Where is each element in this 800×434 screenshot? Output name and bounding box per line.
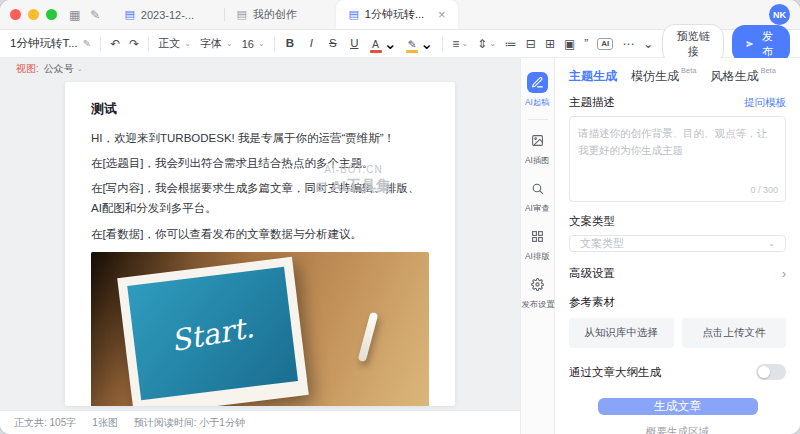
tab-topic-generation[interactable]: 主题生成 — [569, 68, 617, 85]
rail-label: AI审查 — [525, 203, 549, 215]
font-family-value: 字体 — [200, 36, 222, 51]
word-count: 正文共: 105字 — [14, 416, 76, 430]
strikethrough-button[interactable]: S — [327, 38, 339, 50]
document-paragraph[interactable]: 在[选题目]，我会列出符合需求且结合热点的多个主题。 — [91, 153, 429, 173]
pen-icon — [527, 72, 548, 93]
divider — [442, 37, 443, 51]
tab-imitation-generation[interactable]: 模仿生成 Beta — [631, 68, 696, 85]
font-color-bar — [370, 50, 382, 53]
polaroid-card: Start. — [117, 257, 308, 406]
document-icon: ▤ — [348, 9, 358, 20]
copy-type-placeholder: 文案类型 — [580, 236, 624, 251]
minimize-window-button[interactable] — [28, 9, 39, 20]
rail-item-ai-draft[interactable]: AI起稿 — [521, 68, 554, 113]
publish-button[interactable]: 发布 — [732, 25, 790, 63]
new-document-icon[interactable]: ✎ — [90, 9, 100, 21]
document-page[interactable]: 测试 HI，欢迎来到TURBODESK! 我是专属于你的运营“贾维斯”！ 在[选… — [65, 82, 455, 406]
tab-current-doc[interactable]: ▤ 1分钟玩转... × — [336, 0, 457, 29]
close-window-button[interactable] — [10, 9, 21, 20]
sidebar-toggle-icon[interactable]: ▦ — [69, 9, 80, 21]
rail-item-ai-layout[interactable]: AI排版 — [521, 222, 554, 267]
upload-file-button[interactable]: 点击上传文件 — [682, 318, 787, 348]
reference-material-label: 参考素材 — [569, 295, 786, 310]
start-card-text: Start. — [168, 309, 256, 357]
user-avatar[interactable]: NK — [769, 4, 790, 25]
font-color-letter: A — [372, 39, 379, 50]
copy-type-select[interactable]: 文案类型 ⌄ — [569, 235, 786, 252]
underline-button[interactable]: U — [348, 38, 360, 50]
font-family-dropdown[interactable]: 字体 ⌄ — [200, 36, 233, 51]
line-height-dropdown[interactable]: ⇕ ⌄ — [477, 38, 496, 50]
question-template-link[interactable]: 提问模板 — [744, 96, 786, 110]
knowledge-base-button[interactable]: 从知识库中选择 — [569, 318, 674, 348]
chevron-down-icon: ⌄ — [77, 65, 83, 73]
start-card: Start. — [127, 267, 298, 401]
document-heading[interactable]: 测试 — [91, 100, 429, 118]
advanced-settings-row[interactable]: 高级设置 › — [569, 266, 786, 281]
rail-item-ai-review[interactable]: AI审查 — [521, 174, 554, 219]
gear-icon — [527, 274, 548, 295]
highlight-color-button[interactable]: ✎ ⌄ — [406, 34, 433, 53]
close-tab-icon[interactable]: × — [438, 8, 446, 21]
beta-badge: Beta — [681, 66, 696, 85]
document-title[interactable]: 1分钟玩转T... ✎ — [10, 36, 91, 51]
divider — [100, 37, 101, 51]
font-color-button[interactable]: A ⌄ — [370, 34, 397, 53]
view-selector[interactable]: 公众号 ⌄ — [44, 62, 83, 76]
topic-input-wrap: 0 / 300 — [569, 116, 786, 202]
chevron-down-icon: ⌄ — [461, 40, 468, 48]
divider — [274, 37, 275, 51]
divider — [528, 119, 548, 120]
italic-button[interactable]: I — [305, 38, 317, 50]
chevron-down-icon: ⌄ — [489, 40, 496, 48]
undo-icon[interactable]: ↶ — [110, 38, 120, 50]
divider — [148, 37, 149, 51]
zoom-window-button[interactable] — [46, 9, 57, 20]
bullet-list-button[interactable]: ≔ — [505, 38, 517, 50]
tab-label: 风格生成 — [710, 68, 758, 85]
tab-style-generation[interactable]: 风格生成 Beta — [710, 68, 775, 85]
chalk-stick — [357, 312, 378, 362]
insert-table-button[interactable]: ⊞ — [545, 38, 555, 50]
rail-item-publish-settings[interactable]: 发布设置 — [521, 270, 554, 315]
paragraph-style-dropdown[interactable]: 正文 ⌄ — [158, 36, 191, 51]
topic-description-label: 主题描述 — [569, 95, 615, 110]
outline-toggle-row: 通过文章大纲生成 — [569, 364, 786, 380]
chevron-down-icon: ⌄ — [226, 39, 233, 48]
document-title-text: 1分钟玩转T... — [10, 36, 78, 51]
toggle-knob — [758, 366, 770, 378]
tab-my-creations[interactable]: ▤ 我的创作 — [224, 0, 336, 29]
rail-item-ai-illustration[interactable]: AI插图 — [521, 126, 554, 171]
editor-column: 视图: 公众号 ⌄ 测试 HI，欢迎来到TURBODESK! 我是专属于你的运营… — [0, 58, 520, 434]
more-tools-button[interactable]: ⋯ — [622, 38, 634, 50]
chevron-down-icon: ⌄ — [384, 34, 397, 53]
layout-grid-icon — [527, 226, 548, 247]
redo-icon[interactable]: ↷ — [129, 38, 139, 50]
outline-toggle[interactable] — [756, 364, 786, 380]
tab-label: 1分钟玩转... — [365, 7, 424, 22]
document-paragraph[interactable]: 在[看数据]，你可以查看发布的文章数据与分析建议。 — [91, 224, 429, 244]
font-size-dropdown[interactable]: 16 ⌄ — [242, 38, 265, 50]
image-count: 1张图 — [92, 416, 118, 430]
ordered-list-button[interactable]: ⊟ — [526, 38, 536, 50]
generate-article-button[interactable]: 生成文章 — [598, 398, 758, 415]
document-paragraph[interactable]: 在[写内容]，我会根据要求生成多篇文章，同时支持编辑、排版、AI配图和分发到多平… — [91, 178, 429, 218]
insert-image-button[interactable]: ▣ — [564, 38, 575, 50]
tab-label: 我的创作 — [253, 7, 297, 22]
status-bar: 正文共: 105字 1张图 预计阅读时间: 小于1分钟 — [0, 410, 520, 434]
bold-button[interactable]: B — [284, 38, 296, 50]
generation-panel: 主题生成 模仿生成 Beta 风格生成 Beta 主题描述 提问模板 0 / 3… — [554, 58, 800, 434]
tab-label: 2023-12-... — [141, 9, 194, 21]
align-dropdown[interactable]: ≡ ⌄ — [452, 38, 468, 50]
ai-assist-button[interactable]: AI — [597, 38, 613, 50]
app-window: ▦ ✎ ▤ 2023-12-... ▤ 我的创作 ▤ 1分钟玩转... × NK… — [0, 0, 800, 434]
magnifier-icon — [527, 178, 548, 199]
document-paragraph[interactable]: HI，欢迎来到TURBODESK! 我是专属于你的运营“贾维斯”！ — [91, 128, 429, 148]
generation-tabs: 主题生成 模仿生成 Beta 风格生成 Beta — [569, 68, 786, 85]
document-image[interactable]: Start. — [91, 252, 429, 406]
rename-icon[interactable]: ✎ — [83, 38, 91, 49]
tab-recent-doc[interactable]: ▤ 2023-12-... — [112, 0, 224, 29]
blockquote-button[interactable]: ” — [584, 38, 588, 50]
view-label: 视图: — [16, 62, 39, 76]
collapse-toolbar-button[interactable]: ⌄ — [643, 38, 653, 50]
